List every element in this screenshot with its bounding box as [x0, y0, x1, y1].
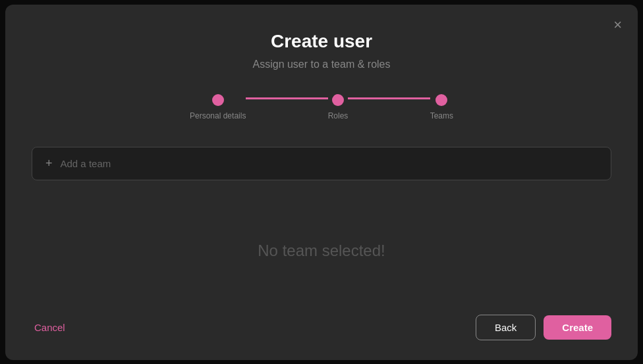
step-dot-roles: [332, 94, 344, 106]
stepper: Personal details Roles Teams: [190, 94, 453, 120]
step-label-roles: Roles: [328, 111, 349, 120]
modal-overlay: × Create user Assign user to a team & ro…: [0, 0, 643, 364]
footer-right-actions: Back Create: [476, 315, 611, 340]
create-button[interactable]: Create: [544, 315, 611, 340]
add-team-placeholder: Add a team: [61, 158, 111, 169]
step-personal-details: Personal details: [190, 94, 246, 120]
modal-footer: Cancel Back Create: [32, 308, 611, 340]
close-button[interactable]: ×: [611, 15, 625, 35]
step-teams: Teams: [430, 94, 453, 120]
step-dot-teams: [435, 94, 447, 106]
step-line-1: [246, 97, 327, 99]
add-team-input[interactable]: + Add a team: [32, 147, 611, 180]
plus-icon: +: [45, 157, 53, 170]
modal-title: Create user: [271, 31, 372, 52]
cancel-button[interactable]: Cancel: [32, 319, 68, 336]
step-dot-personal: [212, 94, 224, 106]
back-button[interactable]: Back: [476, 315, 536, 340]
step-label-teams: Teams: [430, 111, 453, 120]
step-roles: Roles: [328, 94, 349, 120]
step-label-personal: Personal details: [190, 111, 246, 120]
empty-state-text: No team selected!: [258, 242, 385, 260]
modal-dialog: × Create user Assign user to a team & ro…: [5, 5, 638, 360]
step-line-2: [348, 97, 430, 99]
modal-subtitle: Assign user to a team & roles: [253, 59, 391, 70]
empty-state: No team selected!: [32, 194, 611, 308]
